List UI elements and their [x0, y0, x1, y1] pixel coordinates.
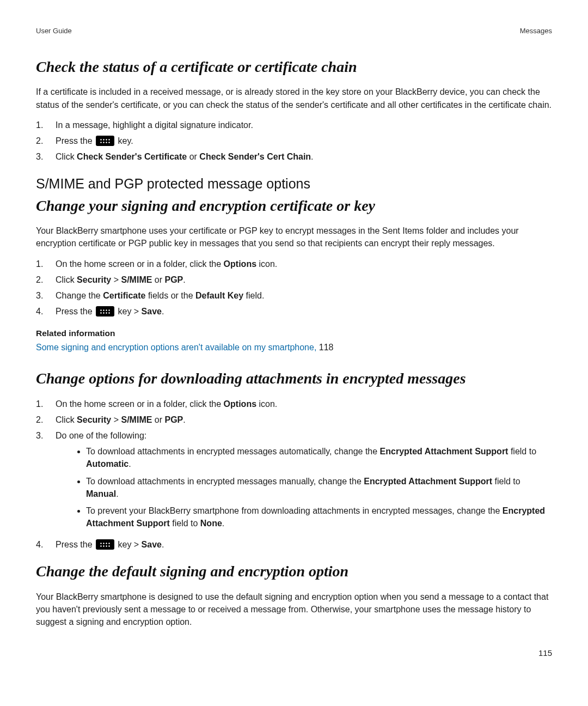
step-text: Click Security > S/MIME or PGP.: [56, 413, 552, 426]
step-number: 1.: [36, 119, 56, 131]
list-item: 1. In a message, highlight a digital sig…: [36, 119, 552, 131]
step-text: Press the key.: [56, 135, 552, 147]
step-text: Click Check Sender's Certificate or Chec…: [56, 150, 552, 163]
heading-smime-pgp-options: S/MIME and PGP protected message options: [36, 174, 552, 193]
step-number: 2.: [36, 413, 56, 426]
step-text: Press the key > Save.: [56, 538, 552, 551]
list-item: 4. Press the key > Save.: [36, 305, 552, 318]
steps-change-signing-cert: 1. On the home screen or in a folder, cl…: [36, 258, 552, 318]
page-header: User Guide Messages: [36, 26, 552, 36]
list-item: 2. Press the key.: [36, 135, 552, 147]
list-item: 1. On the home screen or in a folder, cl…: [36, 398, 552, 410]
step-number: 1.: [36, 258, 56, 270]
steps-change-download-options: 1. On the home screen or in a folder, cl…: [36, 398, 552, 551]
step-number: 3.: [36, 289, 56, 302]
intro-change-default-option: Your BlackBerry smartphone is designed t…: [36, 591, 552, 629]
related-link-line: Some signing and encryption options aren…: [36, 341, 552, 354]
heading-change-default-option: Change the default signing and encryptio…: [36, 561, 552, 583]
step-number: 4.: [36, 305, 56, 318]
related-information-heading: Related information: [36, 327, 552, 339]
step-number: 1.: [36, 398, 56, 410]
heading-check-status: Check the status of a certificate or cer…: [36, 56, 552, 78]
step-text: Do one of the following: To download att…: [56, 429, 552, 535]
step-text: Change the Certificate fields or the Def…: [56, 289, 552, 302]
intro-check-status: If a certificate is included in a receiv…: [36, 86, 552, 111]
step-text: On the home screen or in a folder, click…: [56, 258, 552, 270]
list-item: To download attachments in encrypted mes…: [86, 475, 552, 500]
blackberry-key-icon: [96, 306, 114, 317]
step-number: 4.: [36, 538, 56, 551]
step-number: 3.: [36, 150, 56, 163]
page-number: 115: [36, 647, 552, 659]
header-left: User Guide: [36, 26, 72, 36]
step-text: Press the key > Save.: [56, 305, 552, 318]
list-item: To download attachments in encrypted mes…: [86, 445, 552, 470]
blackberry-key-icon: [96, 539, 114, 550]
heading-change-download-options: Change options for downloading attachmen…: [36, 368, 552, 390]
list-item: 2. Click Security > S/MIME or PGP.: [36, 413, 552, 426]
step-text: Click Security > S/MIME or PGP.: [56, 273, 552, 286]
list-item: 2. Click Security > S/MIME or PGP.: [36, 273, 552, 286]
list-item: 3. Change the Certificate fields or the …: [36, 289, 552, 302]
step-text: On the home screen or in a folder, click…: [56, 398, 552, 410]
related-link[interactable]: Some signing and encryption options aren…: [36, 343, 319, 352]
intro-change-signing-cert: Your BlackBerry smartphone uses your cer…: [36, 224, 552, 249]
blackberry-key-icon: [96, 136, 114, 146]
step-number: 3.: [36, 429, 56, 442]
related-page-ref: 118: [319, 343, 334, 352]
step-text: In a message, highlight a digital signat…: [56, 119, 552, 131]
list-item: 1. On the home screen or in a folder, cl…: [36, 258, 552, 270]
step-number: 2.: [36, 135, 56, 147]
sub-bullets: To download attachments in encrypted mes…: [56, 445, 552, 530]
list-item: To prevent your BlackBerry smartphone fr…: [86, 504, 552, 530]
list-item: 3. Click Check Sender's Certificate or C…: [36, 150, 552, 163]
step-number: 2.: [36, 273, 56, 286]
steps-check-status: 1. In a message, highlight a digital sig…: [36, 119, 552, 163]
header-right: Messages: [520, 26, 552, 36]
heading-change-signing-cert: Change your signing and encryption certi…: [36, 195, 552, 217]
list-item: 3. Do one of the following: To download …: [36, 429, 552, 535]
list-item: 4. Press the key > Save.: [36, 538, 552, 551]
